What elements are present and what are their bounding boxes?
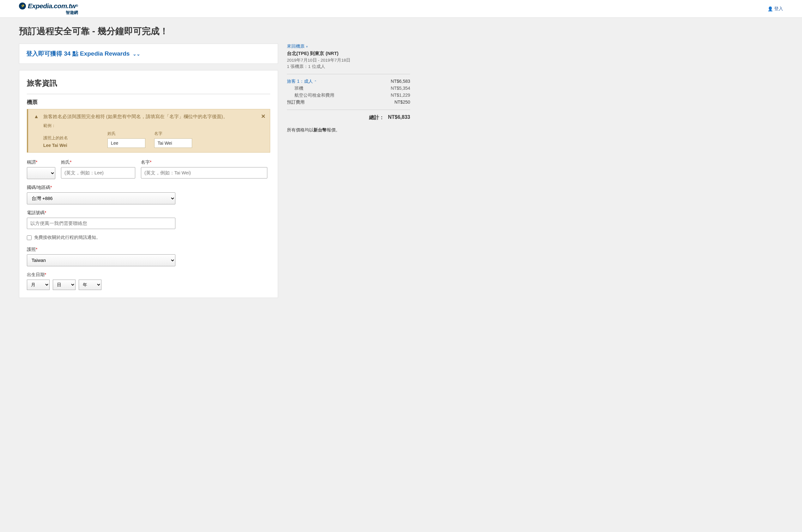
flight-price: NT$5,354 [391, 86, 410, 91]
page-title: 預訂過程安全可靠 - 幾分鐘即可完成！ [0, 18, 802, 43]
close-icon[interactable]: ✕ [261, 113, 265, 120]
sms-label: 免費接收關於此行程的簡訊通知。 [34, 235, 100, 241]
price-summary-sidebar: 來回機票 » 台北(TPE) 到東京 (NRT) 2019年7月10日 - 20… [287, 43, 410, 298]
country-code-select[interactable]: 台灣 +886 [27, 192, 175, 204]
flight-label: 班機 [295, 86, 303, 91]
example-firstname-label: 名字 [154, 131, 192, 136]
traveler-price: NT$6,583 [391, 79, 410, 84]
taxes-label: 航空公司稅金和費用 [295, 93, 334, 98]
example-firstname-value: Tai Wei [154, 138, 192, 148]
traveler-form-card: 旅客資訊 機票 ✕ ▲ 旅客姓名必須與護照完全相符 (如果您有中間名，請填寫在「… [19, 70, 278, 298]
expedia-logo[interactable]: ✈ Expedia.com.tw® 智遊網 [19, 2, 78, 16]
dob-day-select[interactable]: 日 [53, 280, 76, 290]
passport-name-label: 護照上的姓名 [43, 135, 98, 141]
firstname-label: 名字* [141, 159, 267, 165]
ticket-subtitle: 機票 [27, 99, 270, 106]
booking-fee-price: NT$250 [394, 99, 410, 105]
booking-fee-label: 預訂費用 [287, 99, 305, 105]
total-label: 總計： [369, 114, 384, 121]
example-surname-label: 姓氏 [108, 131, 145, 136]
currency-note: 所有價格均以新台幣報價。 [287, 127, 410, 133]
phone-input[interactable] [27, 218, 175, 229]
taxes-price: NT$1,229 [391, 93, 410, 98]
title-label: 稱謂* [27, 159, 55, 165]
country-code-label: 國碼/地區碼* [27, 185, 175, 190]
firstname-input[interactable] [141, 167, 267, 178]
surname-input[interactable] [61, 167, 135, 178]
user-icon: 👤 [768, 6, 773, 12]
traveler-section-title: 旅客資訊 [27, 78, 270, 88]
chevron-down-double-icon: » [305, 45, 309, 48]
passport-select[interactable]: Taiwan [27, 254, 175, 266]
roundtrip-link[interactable]: 來回機票 » [287, 43, 308, 49]
login-link[interactable]: 👤 登入 [768, 6, 783, 12]
surname-label: 姓氏* [61, 159, 135, 165]
dob-label: 出生日期* [27, 272, 270, 278]
dates-text: 2019年7月10日 - 2019年7月18日 [287, 57, 410, 63]
alert-message: 旅客姓名必須與護照完全相符 (如果您有中間名，請填寫在「名字」欄位中的名字後面)… [43, 114, 264, 120]
warning-icon: ▲ [34, 114, 39, 119]
rewards-link[interactable]: 登入即可獲得 34 點 Expedia Rewards ⌄⌄ [26, 50, 140, 57]
divider [287, 110, 410, 110]
total-price: NT$6,833 [388, 114, 410, 121]
dob-month-select[interactable]: 月 [27, 280, 50, 290]
login-label: 登入 [774, 6, 783, 12]
phone-label: 電話號碼* [27, 210, 175, 216]
plane-icon: ✈ [19, 2, 26, 10]
tickets-text: 1 張機票：1 位成人 [287, 64, 410, 70]
route-text: 台北(TPE) 到東京 (NRT) [287, 51, 410, 57]
chevron-down-double-icon: ⌄⌄ [133, 52, 140, 57]
example-surname-value: Lee [108, 138, 145, 148]
dob-year-select[interactable]: 年 [79, 280, 101, 290]
passport-name-alert: ✕ ▲ 旅客姓名必須與護照完全相符 (如果您有中間名，請填寫在「名字」欄位中的名… [27, 109, 270, 153]
passport-label: 護照* [27, 247, 175, 252]
logo-text: Expedia.com.tw [28, 2, 76, 10]
traveler-toggle[interactable]: 旅客 1：成人 ⌃ [287, 79, 317, 84]
rewards-banner: 登入即可獲得 34 點 Expedia Rewards ⌄⌄ [19, 43, 278, 64]
divider [287, 74, 410, 74]
logo-subtext: 智遊網 [66, 10, 78, 16]
title-select[interactable] [27, 167, 55, 179]
example-label: 範例： [43, 123, 264, 129]
chevron-up-icon: ⌃ [314, 80, 317, 83]
passport-name-value: Lee Tai Wei [43, 143, 98, 148]
page-header: ✈ Expedia.com.tw® 智遊網 👤 登入 [0, 0, 802, 18]
sms-checkbox[interactable] [27, 235, 32, 240]
